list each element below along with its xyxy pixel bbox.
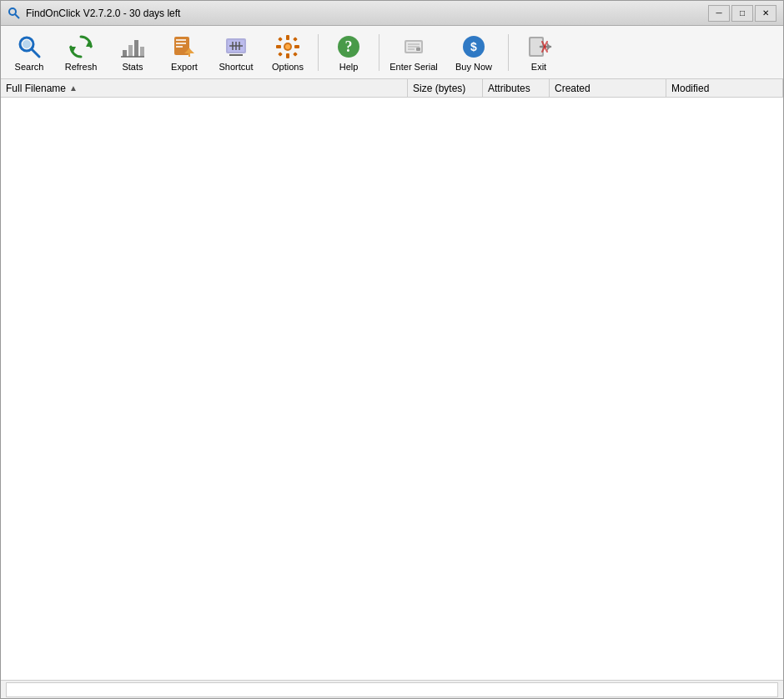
exit-label: Exit xyxy=(531,62,546,72)
toolbar: Search Refresh xyxy=(1,26,783,79)
main-window: FindOnClick V2.7.2.0 - 30 days left ─ □ … xyxy=(0,0,784,699)
col-header-created[interactable]: Created xyxy=(550,79,666,97)
file-list[interactable] xyxy=(1,98,783,680)
stats-label: Stats xyxy=(122,62,143,72)
export-label: Export xyxy=(171,62,198,72)
col-created-label: Created xyxy=(555,83,591,94)
search-button[interactable]: Search xyxy=(4,29,54,76)
title-bar: FindOnClick V2.7.2.0 - 30 days left ─ □ … xyxy=(1,1,783,26)
shortcut-label: Shortcut xyxy=(219,62,254,72)
col-modified-label: Modified xyxy=(671,83,709,94)
svg-text:$: $ xyxy=(470,40,477,53)
buy-now-button[interactable]: $ Buy Now xyxy=(445,29,503,76)
close-button[interactable]: ✕ xyxy=(755,5,776,22)
exit-icon xyxy=(525,33,552,60)
toolbar-separator-3 xyxy=(508,34,509,71)
options-button[interactable]: Options xyxy=(263,29,313,76)
col-header-attributes[interactable]: Attributes xyxy=(483,79,550,97)
col-size-label: Size (bytes) xyxy=(413,83,465,94)
svg-rect-34 xyxy=(293,52,298,57)
shortcut-icon xyxy=(223,33,249,60)
maximize-button[interactable]: □ xyxy=(731,5,753,22)
refresh-label: Refresh xyxy=(65,62,98,72)
serial-icon xyxy=(400,33,427,60)
status-bar xyxy=(1,680,783,698)
col-header-modified[interactable]: Modified xyxy=(666,79,783,97)
refresh-button[interactable]: Refresh xyxy=(56,29,106,76)
options-label: Options xyxy=(272,62,304,72)
svg-rect-8 xyxy=(128,45,133,57)
app-icon xyxy=(8,7,21,20)
help-button[interactable]: ? Help xyxy=(324,29,374,76)
svg-rect-31 xyxy=(278,37,283,42)
svg-rect-27 xyxy=(286,35,289,40)
svg-rect-10 xyxy=(140,47,144,57)
buynow-label: Buy Now xyxy=(455,62,492,72)
svg-marker-48 xyxy=(547,43,550,51)
col-filename-sort: ▲ xyxy=(69,83,78,93)
serial-label: Enter Serial xyxy=(389,62,437,72)
column-headers: Full Filename ▲ Size (bytes) Attributes … xyxy=(1,79,783,98)
options-icon xyxy=(274,33,301,60)
svg-rect-15 xyxy=(176,46,183,48)
toolbar-separator-2 xyxy=(379,34,379,71)
svg-rect-7 xyxy=(123,50,127,57)
toolbar-separator-1 xyxy=(318,34,319,71)
export-button[interactable]: Export xyxy=(159,29,209,76)
col-header-filename[interactable]: Full Filename ▲ xyxy=(1,79,408,97)
svg-rect-14 xyxy=(176,43,186,44)
refresh-icon xyxy=(68,33,94,60)
status-panel xyxy=(6,682,778,697)
svg-rect-29 xyxy=(276,45,281,48)
window-title: FindOnClick V2.7.2.0 - 30 days left xyxy=(26,8,708,19)
col-attributes-label: Attributes xyxy=(488,83,530,94)
svg-rect-32 xyxy=(293,37,298,42)
col-filename-label: Full Filename xyxy=(6,83,66,94)
svg-point-0 xyxy=(9,8,16,15)
svg-rect-28 xyxy=(286,53,289,58)
svg-line-3 xyxy=(32,49,39,57)
enter-serial-button[interactable]: Enter Serial xyxy=(384,29,443,76)
svg-rect-33 xyxy=(278,52,283,57)
exit-button[interactable]: Exit xyxy=(514,29,564,76)
search-label: Search xyxy=(15,62,44,72)
svg-rect-9 xyxy=(134,40,138,57)
buynow-icon: $ xyxy=(460,33,487,60)
svg-rect-42 xyxy=(416,48,420,51)
minimize-button[interactable]: ─ xyxy=(708,5,730,22)
svg-text:?: ? xyxy=(345,38,353,55)
help-icon: ? xyxy=(335,33,362,60)
search-icon xyxy=(16,33,43,60)
svg-rect-30 xyxy=(294,45,299,48)
svg-rect-13 xyxy=(176,39,186,41)
window-controls: ─ □ ✕ xyxy=(708,5,776,22)
help-label: Help xyxy=(339,62,359,72)
col-header-size[interactable]: Size (bytes) xyxy=(408,79,483,97)
export-icon xyxy=(171,33,198,60)
svg-line-1 xyxy=(15,14,19,18)
stats-button[interactable]: Stats xyxy=(108,29,158,76)
stats-icon xyxy=(119,33,146,60)
svg-point-26 xyxy=(285,44,290,49)
shortcut-button[interactable]: Shortcut xyxy=(211,29,261,76)
svg-point-4 xyxy=(23,40,31,48)
